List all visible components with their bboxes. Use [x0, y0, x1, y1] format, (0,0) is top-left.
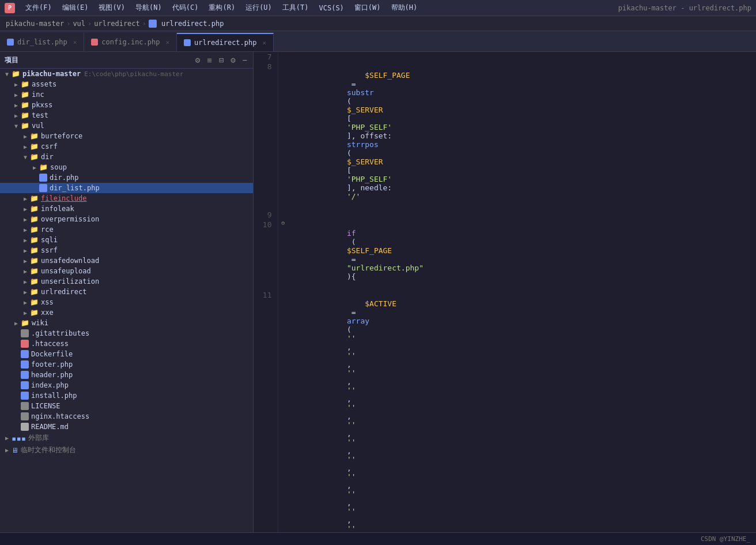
folder-icon-sqli: 📁: [30, 236, 39, 244]
tree-rce[interactable]: ▶ 📁 rce: [0, 224, 253, 235]
label-index-php: index.php: [31, 381, 69, 389]
sidebar-gear-btn[interactable]: ⚙: [229, 54, 236, 66]
label-readme: README.md: [31, 423, 69, 431]
code-8[interactable]: $SELF_PAGE = substr ( $_SERVER [ 'PHP_SE…: [288, 62, 755, 210]
label-csrf: csrf: [41, 142, 58, 151]
menu-edit[interactable]: 编辑(E): [58, 2, 93, 14]
tree-footer-php[interactable]: ▶ footer.php: [0, 359, 253, 370]
code-9[interactable]: [288, 210, 755, 220]
line-num-8: 8: [254, 62, 278, 210]
sidebar: 项目 ⚙ ≡ ⊟ ⚙ − ▼ 📁 pikachu-master E:\code\…: [0, 52, 254, 545]
tree-dockerfile[interactable]: ▶ Dockerfile: [0, 349, 253, 359]
tree-readme[interactable]: ▶ README.md: [0, 422, 253, 432]
menu-help[interactable]: 帮助(H): [387, 2, 422, 14]
folder-icon-unsafedownload: 📁: [30, 257, 39, 265]
label-wiki: wiki: [32, 319, 48, 327]
tab-config[interactable]: config.inc.php ×: [84, 33, 177, 51]
label-dir-php: dir.php: [50, 174, 79, 182]
menu-code[interactable]: 代码(C): [168, 2, 203, 14]
code-11[interactable]: $ACTIVE = array ( '' , '' , '' , '' , ''…: [288, 290, 755, 545]
breadcrumb-vul[interactable]: vul: [73, 20, 85, 28]
tree-external-libs[interactable]: ▶ ▪▪▪ 外部库: [0, 432, 253, 444]
menu-nav[interactable]: 导航(N): [131, 2, 167, 14]
label-htaccess: .htaccess: [31, 340, 69, 348]
menu-window[interactable]: 窗口(W): [350, 2, 385, 14]
tree-infoleak[interactable]: ▶ 📁 infoleak: [0, 204, 253, 214]
sidebar-hide-btn[interactable]: −: [241, 54, 248, 66]
tree-pikachu-master[interactable]: ▼ 📁 pikachu-master E:\code\php\pikachu-m…: [0, 69, 253, 79]
tree-ssrf[interactable]: ▶ 📁 ssrf: [0, 245, 253, 255]
code-area[interactable]: 7 8 $SELF_PAGE = substr ( $_SERVER [: [254, 52, 756, 545]
tree-dir-list-php[interactable]: ▶ dir_list.php: [0, 183, 253, 193]
tree-temp-console[interactable]: ▶ 🖥 临时文件和控制台: [0, 444, 253, 456]
tree-sqli[interactable]: ▶ 📁 sqli: [0, 235, 253, 245]
tree-dir-php[interactable]: ▶ dir.php: [0, 172, 253, 183]
tree-urlredirect[interactable]: ▶ 📁 urlredirect: [0, 287, 253, 297]
menu-tools[interactable]: 工具(T): [278, 2, 313, 14]
menu-run[interactable]: 运行(U): [241, 2, 277, 14]
file-icon-dockerfile: [21, 350, 29, 358]
file-icon-header-php: [21, 371, 29, 379]
tab-dir-list[interactable]: dir_list.php ×: [0, 33, 84, 51]
tree-unsafedownload[interactable]: ▶ 📁 unsafedownload: [0, 255, 253, 266]
file-icon-htaccess: [21, 340, 29, 348]
label-sqli: sqli: [41, 236, 58, 244]
tree-overpermission[interactable]: ▶ 📁 overpermission: [0, 214, 253, 224]
tab-close-dir-list[interactable]: ×: [73, 39, 77, 46]
label-rce: rce: [41, 225, 54, 234]
tree-install-php[interactable]: ▶ install.php: [0, 390, 253, 401]
tree-nginx-htaccess[interactable]: ▶ nginx.htaccess: [0, 411, 253, 422]
folder-icon-unserilization: 📁: [30, 277, 39, 285]
label-temp-console: 临时文件和控制台: [21, 445, 76, 455]
code-7[interactable]: [288, 52, 755, 62]
tree-soup[interactable]: ▶ 📁 soup: [0, 162, 253, 172]
line-num-11: 11: [254, 290, 278, 545]
menu-view[interactable]: 视图(V): [94, 2, 130, 14]
tab-label-urlredirect: urlredirect.php: [194, 39, 256, 47]
breadcrumb-file[interactable]: urlredirect.php: [161, 20, 224, 28]
breadcrumb-urlredirect[interactable]: urlredirect: [94, 20, 139, 28]
tree-unsafeupload[interactable]: ▶ 📁 unsafeupload: [0, 266, 253, 276]
sidebar-collapse-btn[interactable]: ⊟: [218, 54, 225, 66]
tab-close-config[interactable]: ×: [165, 39, 169, 46]
tree-unserilization[interactable]: ▶ 📁 unserilization: [0, 276, 253, 287]
label-gitattributes: .gitattributes: [31, 329, 89, 337]
label-soup: soup: [50, 163, 67, 171]
tab-icon-config: [91, 39, 98, 46]
tree-csrf[interactable]: ▶ 📁 csrf: [0, 141, 253, 152]
tree-gitattributes[interactable]: ▶ .gitattributes: [0, 328, 253, 339]
tree-inc[interactable]: ▶ 📁 inc: [0, 89, 253, 100]
tree-dir[interactable]: ▼ 📁 dir: [0, 152, 253, 162]
label-test: test: [32, 111, 48, 119]
tree-pkxss[interactable]: ▶ 📁 pkxss: [0, 100, 253, 110]
menu-refactor[interactable]: 重构(R): [204, 2, 240, 14]
tab-close-urlredirect[interactable]: ×: [262, 39, 266, 47]
tree-license[interactable]: ▶ LICENSE: [0, 401, 253, 411]
menu-vcs[interactable]: VCS(S): [315, 3, 349, 13]
label-inc: inc: [32, 91, 44, 99]
menu-file[interactable]: 文件(F): [21, 2, 56, 14]
code-line-10: 10 ⊖ if ( $SELF_PAGE = "urlredirect.php"…: [254, 220, 755, 290]
label-dir: dir: [41, 153, 54, 161]
tree-assets[interactable]: ▶ 📁 assets: [0, 79, 253, 89]
sidebar-settings-btn[interactable]: ⚙: [194, 54, 201, 66]
tree-htaccess[interactable]: ▶ .htaccess: [0, 339, 253, 349]
tree-burteforce[interactable]: ▶ 📁 burteforce: [0, 131, 253, 141]
tree-header-php[interactable]: ▶ header.php: [0, 370, 253, 380]
tree-index-php[interactable]: ▶ index.php: [0, 380, 253, 390]
tree-test[interactable]: ▶ 📁 test: [0, 110, 253, 121]
tree-xss[interactable]: ▶ 📁 xss: [0, 297, 253, 307]
tree-xxe[interactable]: ▶ 📁 xxe: [0, 307, 253, 318]
fold-10: ⊖: [278, 220, 288, 290]
folder-icon-test: 📁: [21, 111, 29, 119]
sidebar-expand-btn[interactable]: ≡: [206, 54, 213, 66]
path-pikachu-master: E:\code\php\pikachu-master: [84, 70, 183, 78]
breadcrumb-root[interactable]: pikachu-master: [6, 20, 64, 28]
tree-fileinclude[interactable]: ▶ 📁 fileinclude: [0, 193, 253, 204]
code-10[interactable]: if ( $SELF_PAGE = "urlredirect.php" ){: [288, 220, 755, 290]
tree-wiki[interactable]: ▶ 📁 wiki: [0, 318, 253, 328]
tab-urlredirect[interactable]: urlredirect.php ×: [177, 33, 274, 51]
folder-icon-assets: 📁: [21, 80, 29, 88]
tree-vul[interactable]: ▼ 📁 vul: [0, 121, 253, 131]
menu-bar: P 文件(F) 编辑(E) 视图(V) 导航(N) 代码(C) 重构(R) 运行…: [0, 0, 756, 16]
